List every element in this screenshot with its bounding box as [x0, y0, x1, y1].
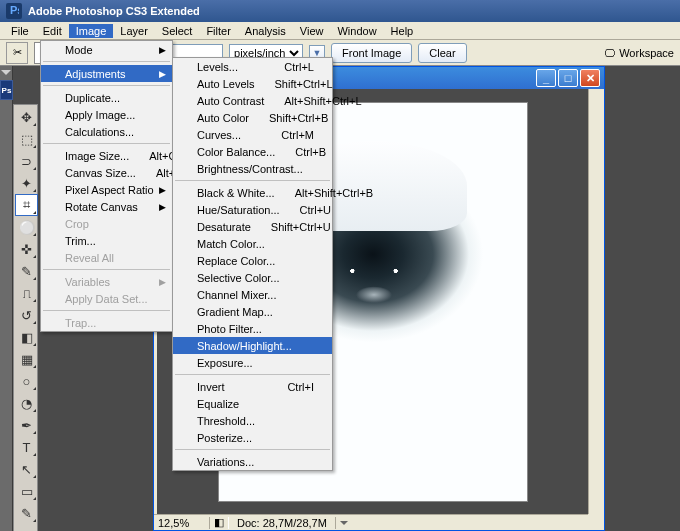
adj-threshold[interactable]: Threshold... — [173, 412, 332, 429]
clear-button[interactable]: Clear — [418, 43, 466, 63]
menu-filter[interactable]: Filter — [199, 24, 237, 38]
menu-file[interactable]: File — [4, 24, 36, 38]
close-button[interactable]: ✕ — [580, 69, 600, 87]
minimize-button[interactable]: _ — [536, 69, 556, 87]
adj-autocolor[interactable]: Auto ColorShift+Ctrl+B — [173, 109, 332, 126]
adj-exposure[interactable]: Exposure... — [173, 354, 332, 371]
image-applyimage[interactable]: Apply Image... — [41, 106, 172, 123]
image-canvassize[interactable]: Canvas Size...Alt+Ctrl+C — [41, 164, 172, 181]
scrollbar-vertical[interactable] — [588, 89, 604, 514]
tool-dodge[interactable]: ◔ — [15, 392, 38, 414]
scrollbar-corner — [588, 514, 604, 530]
status-menu-icon[interactable] — [340, 521, 348, 525]
maximize-button[interactable]: □ — [558, 69, 578, 87]
menuitem-label: Exposure... — [197, 357, 253, 369]
tool-brush[interactable]: ✎ — [15, 260, 38, 282]
menu-select[interactable]: Select — [155, 24, 200, 38]
image-duplicate[interactable]: Duplicate... — [41, 89, 172, 106]
menuitem-label: Mode — [65, 44, 93, 56]
shortcut: Ctrl+I — [267, 381, 314, 393]
menu-image[interactable]: Image — [69, 24, 114, 38]
zoom-level[interactable]: 12,5% — [154, 517, 210, 529]
tool-gradient[interactable]: ▦ — [15, 348, 38, 370]
tool-pen[interactable]: ✒ — [15, 414, 38, 436]
image-variables: Variables▶ — [41, 273, 172, 290]
front-image-button[interactable]: Front Image — [331, 43, 412, 63]
menuitem-label: Photo Filter... — [197, 323, 262, 335]
tool-blur[interactable]: ○ — [15, 370, 38, 392]
image-sep — [43, 310, 170, 311]
adj-huesaturation[interactable]: Hue/Saturation...Ctrl+U — [173, 201, 332, 218]
menu-view[interactable]: View — [293, 24, 331, 38]
adj-levels[interactable]: Levels...Ctrl+L — [173, 58, 332, 75]
tool-crop[interactable]: ⌗ — [15, 194, 38, 216]
shortcut: Ctrl+B — [275, 146, 326, 158]
menuitem-label: Channel Mixer... — [197, 289, 276, 301]
tool-notes[interactable]: ✎ — [15, 502, 38, 524]
tool-slice[interactable]: ⚪ — [15, 216, 38, 238]
adj-curves[interactable]: Curves...Ctrl+M — [173, 126, 332, 143]
adj-replacecolor[interactable]: Replace Color... — [173, 252, 332, 269]
image-crop: Crop — [41, 215, 172, 232]
menu-analysis[interactable]: Analysis — [238, 24, 293, 38]
app-titlebar: Ps Adobe Photoshop CS3 Extended — [0, 0, 680, 22]
adj-autolevels[interactable]: Auto LevelsShift+Ctrl+L — [173, 75, 332, 92]
menu-layer[interactable]: Layer — [113, 24, 155, 38]
tool-stamp[interactable]: ⎍ — [15, 282, 38, 304]
image-trap: Trap... — [41, 314, 172, 331]
menuitem-label: Brightness/Contrast... — [197, 163, 303, 175]
adj-photofilter[interactable]: Photo Filter... — [173, 320, 332, 337]
menuitem-label: Shadow/Highlight... — [197, 340, 292, 352]
tool-eraser[interactable]: ◧ — [15, 326, 38, 348]
menuitem-label: Calculations... — [65, 126, 134, 138]
adj-selectivecolor[interactable]: Selective Color... — [173, 269, 332, 286]
adj-equalize[interactable]: Equalize — [173, 395, 332, 412]
adj-channelmixer[interactable]: Channel Mixer... — [173, 286, 332, 303]
image-rotatecanvas[interactable]: Rotate Canvas▶ — [41, 198, 172, 215]
adj-desaturate[interactable]: DesaturateShift+Ctrl+U — [173, 218, 332, 235]
menuitem-label: Apply Data Set... — [65, 293, 148, 305]
adj-shadowhighlight[interactable]: Shadow/Highlight... — [173, 337, 332, 354]
expand-dock-icon[interactable] — [1, 70, 11, 75]
submenu-arrow-icon: ▶ — [159, 277, 166, 287]
tool-marquee[interactable]: ⬚ — [15, 128, 38, 150]
tool-eyedrop[interactable]: ⁃ — [15, 524, 38, 531]
adj-colorbalance[interactable]: Color Balance...Ctrl+B — [173, 143, 332, 160]
menu-window[interactable]: Window — [330, 24, 383, 38]
menuitem-label: Black & White... — [197, 187, 275, 199]
tool-history[interactable]: ↺ — [15, 304, 38, 326]
adj-blackwhite[interactable]: Black & White...Alt+Shift+Ctrl+B — [173, 184, 332, 201]
image-trim[interactable]: Trim... — [41, 232, 172, 249]
adj-autocontrast[interactable]: Auto ContrastAlt+Shift+Ctrl+L — [173, 92, 332, 109]
image-calculations[interactable]: Calculations... — [41, 123, 172, 140]
image-pixelaspectratio[interactable]: Pixel Aspect Ratio▶ — [41, 181, 172, 198]
menuitem-label: Variations... — [197, 456, 254, 468]
menuitem-label: Curves... — [197, 129, 241, 141]
adj-brightnesscontrast[interactable]: Brightness/Contrast... — [173, 160, 332, 177]
image-mode[interactable]: Mode▶ — [41, 41, 172, 58]
tool-lasso[interactable]: ⊃ — [15, 150, 38, 172]
tool-rect[interactable]: ▭ — [15, 480, 38, 502]
image-adjustments[interactable]: Adjustments▶ — [41, 65, 172, 82]
tool-path[interactable]: ↖ — [15, 458, 38, 480]
screen-icon[interactable]: 🖵 — [604, 47, 615, 59]
menu-help[interactable]: Help — [384, 24, 421, 38]
doc-size: Doc: 28,7M/28,7M — [228, 517, 336, 529]
adj-matchcolor[interactable]: Match Color... — [173, 235, 332, 252]
image-imagesize[interactable]: Image Size...Alt+Ctrl+I — [41, 147, 172, 164]
tool-move[interactable]: ✥ — [15, 106, 38, 128]
adj-invert[interactable]: InvertCtrl+I — [173, 378, 332, 395]
shortcut: Shift+Ctrl+L — [254, 78, 332, 90]
adj-variations[interactable]: Variations... — [173, 453, 332, 470]
tool-wand[interactable]: ✦ — [15, 172, 38, 194]
tool-type[interactable]: T — [15, 436, 38, 458]
adj-posterize[interactable]: Posterize... — [173, 429, 332, 446]
adj-gradientmap[interactable]: Gradient Map... — [173, 303, 332, 320]
workspace-label[interactable]: Workspace — [619, 47, 674, 59]
shortcut: Ctrl+M — [261, 129, 314, 141]
menuitem-label: Threshold... — [197, 415, 255, 427]
tool-spot[interactable]: ✜ — [15, 238, 38, 260]
menu-edit[interactable]: Edit — [36, 24, 69, 38]
crop-tool-icon: ✂ — [6, 42, 28, 64]
menuitem-label: Apply Image... — [65, 109, 135, 121]
